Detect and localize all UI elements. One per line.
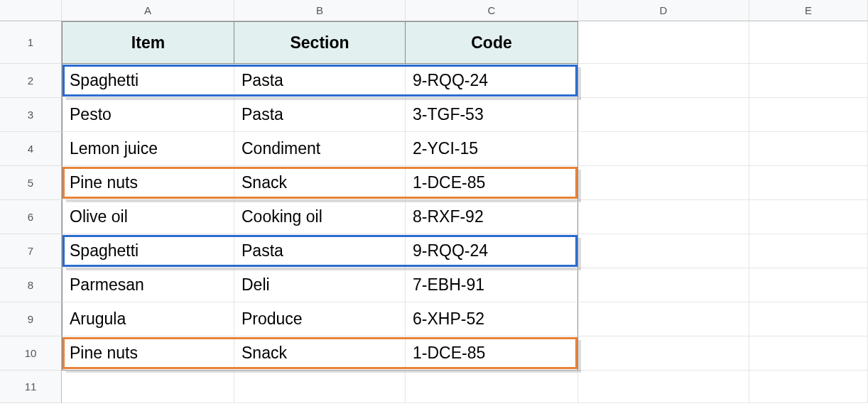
empty-cell[interactable] <box>749 98 868 132</box>
header-cell[interactable]: Section <box>234 21 406 64</box>
header-cell[interactable]: Item <box>62 21 234 64</box>
row-header-5[interactable]: 5 <box>0 166 62 200</box>
empty-cell[interactable] <box>749 64 868 98</box>
table-cell[interactable]: 1-DCE-85 <box>406 336 578 371</box>
row-header-9[interactable]: 9 <box>0 302 62 336</box>
col-header-e[interactable]: E <box>749 0 868 21</box>
empty-cell[interactable] <box>749 200 868 234</box>
row-header-10[interactable]: 10 <box>0 336 62 371</box>
empty-cell[interactable] <box>749 268 868 302</box>
empty-cell[interactable] <box>749 371 868 403</box>
row-header-8[interactable]: 8 <box>0 268 62 302</box>
empty-cell[interactable] <box>578 64 749 98</box>
empty-cell[interactable] <box>749 234 868 268</box>
empty-cell[interactable] <box>578 98 749 132</box>
table-cell[interactable]: 6-XHP-52 <box>406 302 578 336</box>
row-header-4[interactable]: 4 <box>0 132 62 166</box>
empty-cell[interactable] <box>578 200 749 234</box>
row-header-2[interactable]: 2 <box>0 64 62 98</box>
empty-cell[interactable] <box>406 371 578 403</box>
empty-cell[interactable] <box>578 166 749 200</box>
empty-cell[interactable] <box>578 132 749 166</box>
col-header-c[interactable]: C <box>406 0 578 21</box>
col-header-b[interactable]: B <box>234 0 406 21</box>
table-cell[interactable]: Pasta <box>234 64 406 98</box>
empty-cell[interactable] <box>62 371 234 403</box>
table-cell[interactable]: 7-EBH-91 <box>406 268 578 302</box>
row-header-3[interactable]: 3 <box>0 98 62 132</box>
cells-area: ItemSectionCodeSpaghettiPasta9-RQQ-24Pes… <box>62 21 868 403</box>
table-cell[interactable]: 8-RXF-92 <box>406 200 578 234</box>
col-header-a[interactable]: A <box>62 0 234 21</box>
table-cell[interactable]: Pine nuts <box>62 336 234 371</box>
corner-cell[interactable] <box>0 0 62 21</box>
empty-cell[interactable] <box>578 371 749 403</box>
table-cell[interactable]: 1-DCE-85 <box>406 166 578 200</box>
table-cell[interactable]: Arugula <box>62 302 234 336</box>
row-header-7[interactable]: 7 <box>0 234 62 268</box>
table-cell[interactable]: 9-RQQ-24 <box>406 234 578 268</box>
table-cell[interactable]: Produce <box>234 302 406 336</box>
empty-cell[interactable] <box>578 302 749 336</box>
empty-cell[interactable] <box>749 132 868 166</box>
spreadsheet[interactable]: A B C D E 1234567891011 ItemSectionCodeS… <box>0 0 868 406</box>
empty-cell[interactable] <box>749 302 868 336</box>
table-cell[interactable]: Spaghetti <box>62 234 234 268</box>
empty-cell[interactable] <box>749 336 868 371</box>
table-cell[interactable]: Pesto <box>62 98 234 132</box>
empty-cell[interactable] <box>749 21 868 64</box>
col-header-d[interactable]: D <box>578 0 749 21</box>
table-cell[interactable]: Pasta <box>234 98 406 132</box>
empty-cell[interactable] <box>578 21 749 64</box>
table-cell[interactable]: Olive oil <box>62 200 234 234</box>
table-cell[interactable]: Snack <box>234 336 406 371</box>
table-cell[interactable]: Lemon juice <box>62 132 234 166</box>
empty-cell[interactable] <box>578 234 749 268</box>
column-headers: A B C D E <box>0 0 868 21</box>
empty-cell[interactable] <box>578 336 749 371</box>
row-header-1[interactable]: 1 <box>0 21 62 64</box>
table-cell[interactable]: Condiment <box>234 132 406 166</box>
table-cell[interactable]: 3-TGF-53 <box>406 98 578 132</box>
header-cell[interactable]: Code <box>406 21 578 64</box>
empty-cell[interactable] <box>749 166 868 200</box>
row-header-6[interactable]: 6 <box>0 200 62 234</box>
table-cell[interactable]: 2-YCI-15 <box>406 132 578 166</box>
table-cell[interactable]: Snack <box>234 166 406 200</box>
table-cell[interactable]: Deli <box>234 268 406 302</box>
table-cell[interactable]: Pine nuts <box>62 166 234 200</box>
table-cell[interactable]: Cooking oil <box>234 200 406 234</box>
table-cell[interactable]: 9-RQQ-24 <box>406 64 578 98</box>
row-headers: 1234567891011 <box>0 21 62 403</box>
empty-cell[interactable] <box>234 371 406 403</box>
table-cell[interactable]: Pasta <box>234 234 406 268</box>
table-cell[interactable]: Parmesan <box>62 268 234 302</box>
row-header-11[interactable]: 11 <box>0 371 62 403</box>
empty-cell[interactable] <box>578 268 749 302</box>
table-cell[interactable]: Spaghetti <box>62 64 234 98</box>
